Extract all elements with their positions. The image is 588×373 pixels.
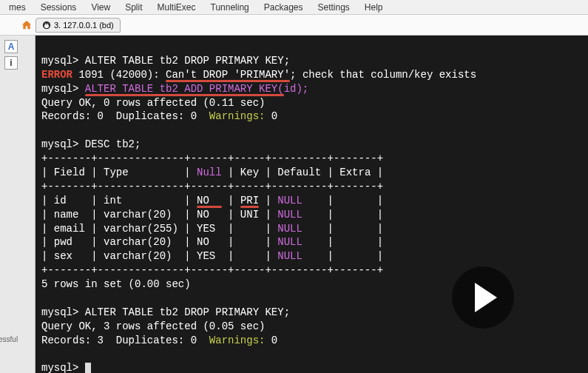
tab-label: 3. 127.0.0.1 (bd) bbox=[54, 21, 114, 30]
table-sep: +-------+--------------+------+-----+---… bbox=[41, 264, 383, 276]
table-row: | email | varchar(255) | YES | | bbox=[41, 223, 277, 235]
table-row: | | bbox=[303, 209, 383, 221]
home-icon[interactable] bbox=[21, 19, 33, 31]
table-sep: +-------+--------------+------+-----+---… bbox=[41, 181, 383, 192]
menu-sessions[interactable]: Sessions bbox=[33, 1, 84, 14]
tab-bar: 3. 127.0.0.1 (bd) bbox=[0, 15, 588, 36]
sql-cmd: ALTER TABLE tb2 DROP PRIMARY KEY; bbox=[85, 55, 290, 67]
warnings-count: 0 bbox=[271, 335, 277, 346]
result-line: Query OK, 3 rows affected (0.05 sec) bbox=[41, 320, 265, 332]
menu-multiexec[interactable]: MultiExec bbox=[150, 1, 203, 14]
error-code: 1091 (42000): bbox=[72, 69, 166, 81]
menu-help[interactable]: Help bbox=[357, 1, 391, 14]
null-val: NULL bbox=[277, 209, 303, 221]
table-header: | Field | Type | bbox=[41, 167, 197, 178]
menu-packages[interactable]: Packages bbox=[257, 1, 311, 14]
table-row: | bbox=[259, 195, 277, 206]
result-count: 5 rows in set (0.00 sec) bbox=[41, 278, 191, 290]
table-row: | sex | varchar(20) | YES | | bbox=[41, 250, 277, 262]
sidebar: Ai essful bbox=[0, 36, 36, 373]
sql-cmd: DESC tb2; bbox=[85, 138, 141, 150]
table-row: | pwd | varchar(20) | NO | | bbox=[41, 236, 277, 248]
cursor bbox=[85, 363, 91, 373]
menu-view[interactable]: View bbox=[84, 1, 118, 14]
sidebar-top: Ai bbox=[0, 36, 35, 74]
pri-highlight: PRI bbox=[240, 195, 259, 206]
error-msg: ; check that column/key exists bbox=[290, 69, 476, 81]
sql-cmd: ALTER TABLE tb2 DROP PRIMARY KEY; bbox=[85, 306, 290, 318]
sql-cmd-highlight: ALTER TABLE tb2 ADD PRIMARY KEY( bbox=[85, 83, 284, 95]
sidebar-icon-i[interactable]: i bbox=[4, 56, 18, 70]
prompt: mysql> bbox=[41, 83, 85, 95]
warnings-label: Warnings: bbox=[209, 110, 271, 122]
table-row: | id | int | bbox=[41, 195, 197, 206]
menu-bar: mes Sessions View Split MultiExec Tunnel… bbox=[0, 0, 588, 15]
menu-mes[interactable]: mes bbox=[1, 1, 33, 14]
table-row: | | bbox=[303, 223, 383, 235]
result-line: Records: 3 Duplicates: 0 bbox=[41, 335, 209, 346]
terminal[interactable]: mysql> ALTER TABLE tb2 DROP PRIMARY KEY;… bbox=[36, 36, 588, 373]
warnings-label: Warnings: bbox=[209, 335, 271, 346]
null-val: NULL bbox=[277, 195, 303, 206]
table-row: | bbox=[222, 195, 240, 206]
prompt: mysql> bbox=[41, 306, 85, 318]
error-highlight: Can't DROP 'PRIMARY' bbox=[166, 69, 290, 81]
penguin-icon bbox=[42, 21, 51, 30]
play-icon bbox=[475, 283, 497, 312]
sql-cmd: ); bbox=[296, 83, 308, 95]
session-tab[interactable]: 3. 127.0.0.1 (bd) bbox=[36, 18, 121, 33]
result-line: Query OK, 0 rows affected (0.11 sec) bbox=[41, 97, 265, 109]
menu-tunneling[interactable]: Tunneling bbox=[203, 1, 257, 14]
svg-point-2 bbox=[45, 23, 47, 24]
table-row: | | bbox=[303, 250, 383, 262]
sql-cmd: id bbox=[284, 83, 297, 95]
null-val: NULL bbox=[277, 236, 303, 248]
menu-settings[interactable]: Settings bbox=[311, 1, 357, 14]
null-val: NULL bbox=[277, 223, 303, 235]
warnings-count: 0 bbox=[271, 110, 277, 122]
null-val: NULL bbox=[277, 250, 303, 262]
table-sep: +-------+--------------+------+-----+---… bbox=[41, 152, 383, 164]
table-row: | | bbox=[303, 195, 383, 206]
sidebar-status-label: essful bbox=[0, 335, 18, 343]
table-row: | name | varchar(20) | NO | UNI | bbox=[41, 209, 277, 221]
prompt: mysql> bbox=[41, 362, 85, 373]
svg-point-3 bbox=[47, 23, 49, 24]
prompt: mysql> bbox=[41, 138, 85, 150]
play-button[interactable] bbox=[452, 266, 514, 329]
no-highlight: NO bbox=[197, 195, 222, 206]
prompt: mysql> bbox=[41, 55, 85, 67]
table-row: | | bbox=[303, 236, 383, 248]
error-label: ERROR bbox=[41, 69, 72, 81]
table-header-null: Null bbox=[197, 167, 222, 178]
sidebar-icon-a[interactable]: A bbox=[4, 40, 18, 53]
table-header: | Key | Default | Extra | bbox=[222, 167, 383, 178]
menu-split[interactable]: Split bbox=[118, 1, 149, 14]
result-line: Records: 0 Duplicates: 0 bbox=[41, 110, 209, 122]
svg-point-1 bbox=[44, 24, 49, 28]
